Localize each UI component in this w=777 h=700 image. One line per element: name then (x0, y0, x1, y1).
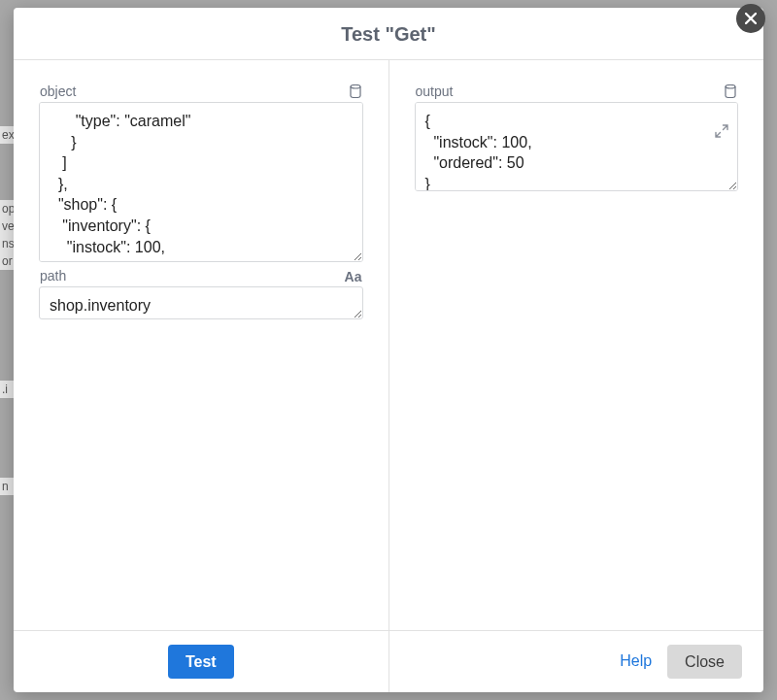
path-field-group: path Aa (39, 268, 363, 319)
modal-footer: Test Help Close (14, 630, 763, 692)
input-pane: object path Aa (14, 60, 389, 630)
path-label: path (40, 268, 66, 283)
output-display[interactable] (415, 102, 739, 191)
close-button[interactable]: Close (667, 645, 742, 679)
modal-body: object path Aa output (14, 60, 763, 630)
modal-header: Test "Get" (14, 8, 763, 60)
text-case-icon[interactable]: Aa (345, 270, 362, 283)
close-icon (745, 13, 757, 24)
object-label: object (40, 83, 76, 99)
help-link[interactable]: Help (618, 649, 654, 674)
footer-right: Help Close (389, 631, 764, 692)
output-label: output (416, 83, 454, 99)
database-icon[interactable] (349, 83, 362, 99)
object-input[interactable] (39, 102, 363, 262)
test-get-modal: Test "Get" object path Aa (14, 8, 763, 692)
modal-title: Test "Get" (14, 23, 763, 46)
expand-icon[interactable] (715, 124, 728, 138)
output-field-group: output (415, 83, 739, 191)
test-button[interactable]: Test (168, 645, 234, 679)
path-input[interactable] (39, 286, 363, 319)
output-pane: output (389, 60, 764, 630)
svg-point-0 (351, 84, 360, 88)
footer-left: Test (14, 631, 389, 692)
modal-close-button[interactable] (736, 4, 765, 33)
object-field-group: object (39, 83, 363, 262)
database-icon[interactable] (724, 83, 737, 99)
svg-point-1 (726, 84, 735, 88)
